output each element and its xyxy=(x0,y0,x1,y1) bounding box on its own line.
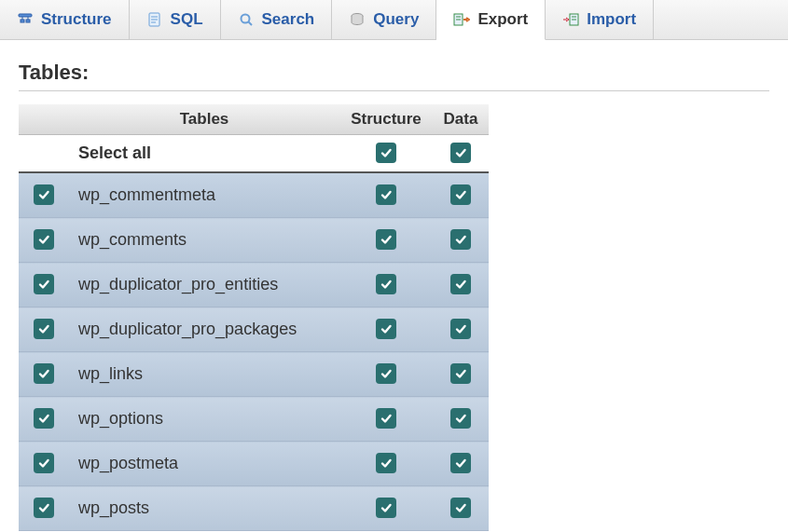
row-select-cell xyxy=(19,486,69,531)
select-all-structure-cell xyxy=(339,135,433,173)
top-tabs: Structure SQL Search Query Export Import xyxy=(0,0,788,40)
row-data-checkbox[interactable] xyxy=(450,363,471,384)
select-all-data-cell xyxy=(433,135,489,173)
row-select-checkbox[interactable] xyxy=(34,274,54,294)
column-header-select xyxy=(19,104,69,135)
row-data-checkbox[interactable] xyxy=(450,319,471,339)
table-row: wp_links xyxy=(19,352,489,397)
row-structure-checkbox[interactable] xyxy=(376,498,396,518)
row-data-cell xyxy=(433,397,489,442)
svg-point-9 xyxy=(241,15,249,23)
table-row: wp_posts xyxy=(19,486,489,531)
row-structure-cell xyxy=(339,307,433,352)
row-data-checkbox[interactable] xyxy=(450,184,471,205)
row-select-cell xyxy=(19,397,69,442)
row-table-name[interactable]: wp_commentmeta xyxy=(69,172,339,218)
row-structure-cell xyxy=(339,397,433,442)
tab-sql[interactable]: SQL xyxy=(130,0,221,39)
structure-icon xyxy=(17,11,34,28)
table-row: wp_duplicator_pro_packages xyxy=(19,307,489,352)
table-row: wp_duplicator_pro_entities xyxy=(19,263,489,307)
row-table-name[interactable]: wp_posts xyxy=(69,486,339,531)
row-data-cell xyxy=(433,486,489,531)
row-select-checkbox[interactable] xyxy=(34,453,54,473)
table-row: wp_comments xyxy=(19,218,489,263)
row-data-cell xyxy=(433,307,489,352)
search-icon xyxy=(238,11,255,28)
row-select-cell xyxy=(19,172,69,218)
select-all-structure-checkbox[interactable] xyxy=(376,143,396,163)
export-icon xyxy=(453,11,470,28)
tab-label: Export xyxy=(477,10,528,29)
tab-label: Search xyxy=(262,10,315,29)
row-data-cell xyxy=(433,352,489,397)
tab-query[interactable]: Query xyxy=(332,0,436,39)
table-row: wp_commentmeta xyxy=(19,172,489,218)
import-icon xyxy=(562,11,579,28)
column-header-tables: Tables xyxy=(69,104,339,135)
row-data-checkbox[interactable] xyxy=(450,498,471,518)
row-table-name[interactable]: wp_links xyxy=(69,352,339,397)
row-select-cell xyxy=(19,352,69,397)
row-select-checkbox[interactable] xyxy=(34,498,54,518)
row-select-checkbox[interactable] xyxy=(34,408,54,429)
row-data-cell xyxy=(433,442,489,486)
tab-search[interactable]: Search xyxy=(221,0,333,39)
row-select-checkbox[interactable] xyxy=(34,363,54,384)
row-data-checkbox[interactable] xyxy=(450,408,471,429)
row-select-cell xyxy=(19,442,69,486)
row-structure-checkbox[interactable] xyxy=(376,274,396,294)
tab-label: Query xyxy=(373,10,419,29)
svg-line-10 xyxy=(248,22,252,26)
row-table-name[interactable]: wp_options xyxy=(69,397,339,442)
row-select-cell xyxy=(19,263,69,307)
svg-rect-0 xyxy=(19,14,32,17)
row-table-name[interactable]: wp_duplicator_pro_packages xyxy=(69,307,339,352)
row-structure-cell xyxy=(339,486,433,531)
table-row: wp_options xyxy=(19,397,489,442)
section-title: Tables: xyxy=(19,61,769,91)
row-structure-cell xyxy=(339,442,433,486)
row-structure-checkbox[interactable] xyxy=(376,408,396,429)
select-all-data-checkbox[interactable] xyxy=(450,143,471,163)
select-all-row: Select all xyxy=(19,135,489,173)
query-icon xyxy=(349,11,366,28)
tab-label: Structure xyxy=(41,10,112,29)
select-all-label[interactable]: Select all xyxy=(69,135,339,173)
row-select-checkbox[interactable] xyxy=(34,184,54,205)
row-data-checkbox[interactable] xyxy=(450,274,471,294)
row-structure-checkbox[interactable] xyxy=(376,184,396,205)
tab-structure[interactable]: Structure xyxy=(0,0,130,39)
row-select-cell xyxy=(19,307,69,352)
export-tables-section: Tables: Tables Structure Data Select all… xyxy=(0,40,788,532)
row-select-cell xyxy=(19,218,69,263)
row-structure-checkbox[interactable] xyxy=(376,453,396,473)
row-table-name[interactable]: wp_comments xyxy=(69,218,339,263)
row-structure-checkbox[interactable] xyxy=(376,319,396,339)
column-header-structure: Structure xyxy=(339,104,433,135)
row-data-cell xyxy=(433,218,489,263)
row-table-name[interactable]: wp_duplicator_pro_entities xyxy=(69,263,339,307)
row-select-checkbox[interactable] xyxy=(34,319,54,339)
row-structure-checkbox[interactable] xyxy=(376,229,396,250)
row-data-cell xyxy=(433,172,489,218)
row-structure-cell xyxy=(339,352,433,397)
tab-label: Import xyxy=(587,10,636,29)
row-data-cell xyxy=(433,263,489,307)
svg-rect-1 xyxy=(21,20,24,22)
row-data-checkbox[interactable] xyxy=(450,453,471,473)
row-structure-cell xyxy=(339,263,433,307)
column-header-data: Data xyxy=(433,104,489,135)
tab-export[interactable]: Export xyxy=(436,0,546,40)
row-select-checkbox[interactable] xyxy=(34,229,54,250)
sql-icon xyxy=(146,11,163,28)
row-structure-checkbox[interactable] xyxy=(376,363,396,384)
row-table-name[interactable]: wp_postmeta xyxy=(69,442,339,486)
select-all-checkbox-cell xyxy=(19,135,69,173)
row-structure-cell xyxy=(339,172,433,218)
tab-import[interactable]: Import xyxy=(546,0,654,39)
tab-label: SQL xyxy=(171,10,203,29)
row-data-checkbox[interactable] xyxy=(450,229,471,250)
row-structure-cell xyxy=(339,218,433,263)
tables-table: Tables Structure Data Select allwp_comme… xyxy=(19,104,489,531)
